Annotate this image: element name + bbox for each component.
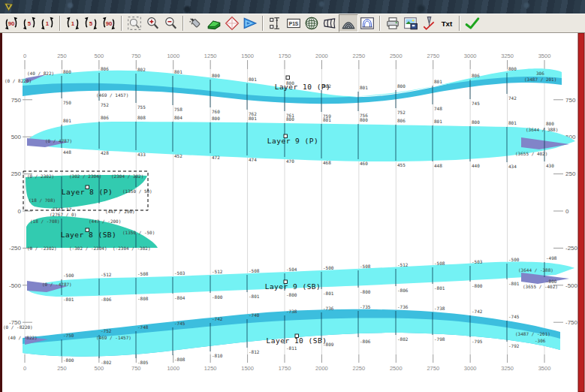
- app-icon[interactable]: [4, 2, 14, 12]
- svg-text:0: 0: [565, 208, 569, 215]
- svg-text:-504: -504: [286, 267, 297, 272]
- drawing-canvas[interactable]: 0025025050050075075010001000125012501500…: [0, 33, 585, 392]
- svg-text:808: 808: [137, 115, 146, 120]
- svg-text:760: 760: [212, 109, 220, 114]
- svg-text:806: 806: [472, 73, 480, 78]
- print-button[interactable]: [384, 15, 402, 32]
- svg-text:-306: -306: [535, 338, 546, 343]
- rotate-ccw-5-button[interactable]: 5: [20, 15, 38, 32]
- zoom-in-icon: [145, 16, 160, 31]
- svg-text:460: 460: [360, 161, 368, 166]
- zoom-in-button[interactable]: [143, 15, 161, 32]
- svg-text:758: 758: [174, 107, 182, 112]
- zoom-out-button[interactable]: [161, 15, 179, 32]
- svg-text:-508: -508: [360, 264, 371, 269]
- svg-text:-812: -812: [249, 349, 260, 354]
- titlebar: [0, 0, 585, 14]
- confirm-button[interactable]: [463, 15, 481, 32]
- zoom-out-icon: [163, 16, 178, 31]
- band-layer-9-p[interactable]: 8014488064288084338044528004728014748004…: [27, 115, 575, 169]
- frames-view-button[interactable]: [321, 15, 339, 32]
- svg-text:-801: -801: [434, 285, 445, 291]
- svg-text:806: 806: [101, 115, 109, 120]
- band-layer-9-sb[interactable]: -500-801-512-806-508-808-503-804-512-800…: [27, 255, 574, 302]
- svg-text:3000: 3000: [464, 53, 477, 59]
- svg-text:(-2304 / -302): (-2304 / -302): [113, 246, 151, 251]
- svg-text:2750: 2750: [427, 365, 439, 372]
- svg-text:3250: 3250: [501, 53, 514, 59]
- svg-text:0: 0: [23, 365, 26, 372]
- left-edge-bar: [0, 33, 2, 392]
- rotate-cw-5-button[interactable]: 5: [82, 15, 100, 32]
- svg-text:-750: -750: [565, 319, 578, 326]
- shell-view-button[interactable]: [339, 14, 358, 32]
- svg-text:1750: 1750: [279, 53, 291, 59]
- p1s-tool-button[interactable]: P1S: [285, 15, 303, 32]
- svg-text:750: 750: [11, 97, 22, 104]
- zoom-window-icon: [127, 16, 142, 31]
- plot-tool-button[interactable]: [420, 15, 438, 32]
- svg-text:-503: -503: [174, 270, 185, 276]
- svg-text:(469 / -1457): (469 / -1457): [96, 335, 131, 340]
- rotate-cw-1-button[interactable]: 1: [64, 15, 82, 32]
- save-image-button[interactable]: [402, 15, 420, 32]
- svg-text:(0 / -4787): (0 / -4787): [42, 282, 72, 287]
- svg-text:-800: -800: [286, 292, 297, 297]
- wireframe-view-button[interactable]: [223, 15, 241, 32]
- rotate-cw-90-button[interactable]: 90: [100, 15, 118, 32]
- svg-text:-802: -802: [397, 336, 409, 342]
- svg-text:1750: 1750: [279, 365, 291, 372]
- svg-text:(-302 / -2304): (-302 / -2304): [69, 246, 107, 251]
- svg-text:750: 750: [131, 365, 141, 372]
- svg-text:-800: -800: [63, 357, 74, 363]
- sphere-view-button[interactable]: [303, 15, 321, 32]
- svg-text:801: 801: [360, 85, 368, 90]
- svg-text:90: 90: [8, 20, 15, 27]
- rotate-ccw-90-button[interactable]: 90: [2, 15, 20, 32]
- svg-text:801: 801: [63, 118, 71, 123]
- svg-text:(447 / 200): (447 / 200): [105, 209, 135, 214]
- svg-text:2000: 2000: [315, 53, 328, 59]
- zoom-window-button[interactable]: [125, 15, 143, 32]
- shaded-view-button[interactable]: [241, 15, 259, 32]
- svg-text:250: 250: [11, 170, 22, 177]
- svg-text:1250: 1250: [204, 53, 217, 59]
- toolbar-separator: [459, 16, 460, 31]
- band-layer-10-p[interactable]: 8007508067528027558017588007608017628007…: [5, 66, 562, 119]
- rotate-ccw-1-button[interactable]: 1: [38, 15, 56, 32]
- body-plan-icon: [360, 16, 375, 31]
- svg-text:-804: -804: [174, 295, 185, 300]
- svg-text:-808: -808: [137, 296, 149, 301]
- band-layer-10-sb[interactable]: -750-800-752-802-748-805-745-808-742-810…: [3, 304, 560, 365]
- svg-text:3000: 3000: [464, 365, 477, 372]
- svg-text:(40 / 822): (40 / 822): [27, 71, 54, 76]
- txt-icon: Txt: [438, 16, 456, 31]
- rotate-ccw-icon: 90: [4, 16, 19, 31]
- svg-text:5: 5: [89, 20, 93, 27]
- svg-text:745: 745: [472, 101, 480, 106]
- globe-icon: [304, 16, 319, 31]
- svg-text:-500: -500: [565, 282, 578, 289]
- rotate-ccw-icon: 5: [22, 16, 37, 31]
- svg-text:752: 752: [397, 110, 406, 115]
- svg-text:306: 306: [536, 71, 544, 76]
- svg-text:-512: -512: [397, 262, 409, 267]
- check-icon: [463, 16, 481, 31]
- text-export-button[interactable]: Txt: [438, 15, 456, 32]
- plate-view-button[interactable]: [205, 15, 223, 32]
- measure-tool-button[interactable]: [267, 15, 285, 32]
- svg-text:-500: -500: [508, 257, 520, 262]
- svg-text:Layer 9 (P): Layer 9 (P): [267, 137, 318, 145]
- spray-brush-button[interactable]: [187, 15, 205, 32]
- canvas-area: 0025025050050075075010001000125012501500…: [0, 33, 585, 392]
- bodyplan-view-button[interactable]: [358, 15, 376, 32]
- band-layer-8-sb[interactable]: (18 / -708)(447 / -200)(1350 / -50)(0 / …: [26, 216, 158, 251]
- svg-text:800: 800: [212, 116, 220, 121]
- svg-text:428: 428: [101, 150, 109, 155]
- svg-text:-801: -801: [249, 294, 260, 299]
- svg-text:-752: -752: [101, 328, 112, 333]
- layer-marker: [286, 76, 290, 80]
- svg-text:-250: -250: [9, 245, 22, 252]
- svg-text:430: 430: [546, 163, 554, 168]
- svg-text:804: 804: [174, 115, 182, 120]
